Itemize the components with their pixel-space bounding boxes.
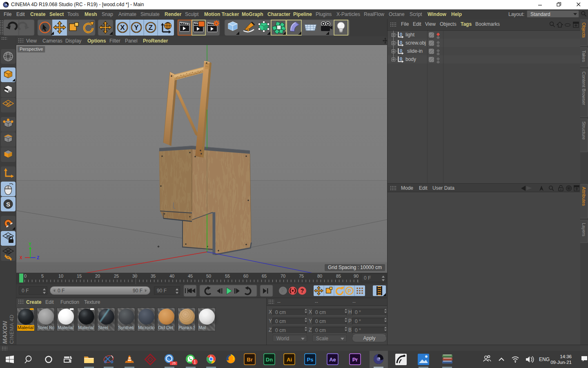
svg-text:S: S (6, 201, 10, 208)
svg-text:P: P (347, 288, 351, 294)
svg-text:CINEMA 4D: CINEMA 4D (9, 314, 15, 344)
svg-text:25: 25 (114, 274, 119, 278)
svg-text:5: 5 (41, 274, 44, 278)
svg-text:1: 1 (194, 360, 196, 364)
svg-text:0: 0 (24, 274, 27, 278)
svg-text:Pr: Pr (352, 357, 358, 363)
svg-text:.25: .25 (172, 361, 176, 365)
svg-text:Ai: Ai (287, 357, 292, 363)
svg-text:Z: Z (149, 24, 153, 31)
svg-text:MAXON: MAXON (1, 321, 8, 344)
svg-text:Br: Br (247, 357, 252, 363)
svg-text:Ps: Ps (307, 357, 314, 363)
svg-text:14:36: 14:36 (560, 354, 572, 359)
svg-text:50: 50 (206, 274, 211, 278)
svg-text:80: 80 (317, 274, 322, 278)
svg-text:65: 65 (262, 274, 267, 278)
svg-text:Ae: Ae (329, 357, 336, 363)
svg-text:40: 40 (169, 274, 174, 278)
svg-text:90: 90 (354, 274, 359, 278)
svg-text:85: 85 (336, 274, 341, 278)
svg-text:55: 55 (225, 274, 230, 278)
svg-text:70: 70 (281, 274, 285, 278)
svg-text:35: 35 (151, 274, 156, 278)
svg-text:20: 20 (95, 274, 100, 278)
svg-text:Z: Z (37, 256, 39, 260)
svg-text:09-Jun-21: 09-Jun-21 (550, 360, 572, 365)
svg-text:60: 60 (243, 274, 248, 278)
svg-text:Y: Y (134, 24, 139, 31)
svg-text:45: 45 (188, 274, 193, 278)
svg-text:?: ? (301, 287, 304, 294)
svg-text:X: X (20, 256, 22, 260)
svg-text:Dn: Dn (266, 357, 273, 363)
svg-text:30: 30 (132, 274, 137, 278)
svg-text:75: 75 (299, 274, 304, 278)
svg-text:X: X (120, 24, 125, 31)
svg-text:Y: Y (29, 242, 31, 247)
svg-text:10: 10 (58, 274, 63, 278)
svg-text:15: 15 (77, 274, 82, 278)
svg-text:ENG: ENG (539, 357, 550, 362)
